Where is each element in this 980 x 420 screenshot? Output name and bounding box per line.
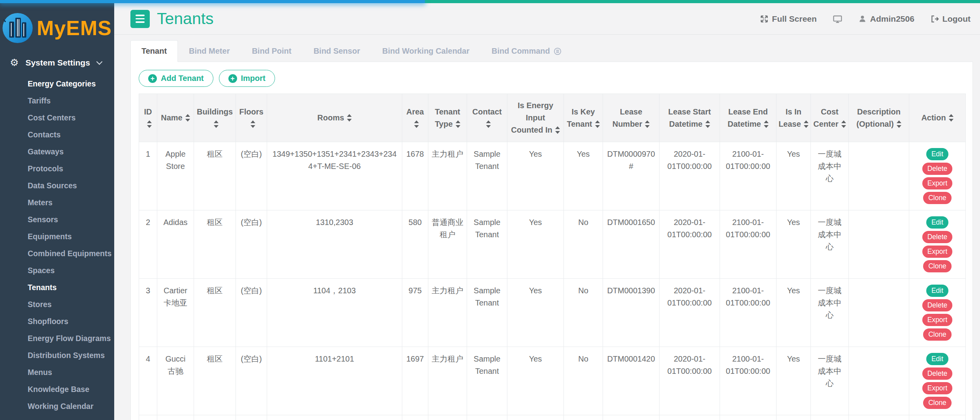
sidebar-section-label: System Settings	[25, 58, 90, 68]
sidebar-item-protocols[interactable]: Protocols	[0, 160, 114, 177]
sidebar: MyEMS ⚙ System Settings Energy Categorie…	[0, 0, 114, 420]
sidebar-item-knowledge-base[interactable]: Knowledge Base	[0, 381, 114, 398]
tab-tenant[interactable]: Tenant	[130, 40, 178, 62]
cell-floors: (空白)	[236, 347, 267, 415]
sidebar-item-shopfloors[interactable]: Shopfloors	[0, 313, 114, 330]
cell-lease_number: DTM0001420	[603, 347, 660, 415]
col-header-area[interactable]: Area	[402, 94, 428, 142]
tab-bind-sensor[interactable]: Bind Sensor	[302, 40, 371, 62]
sidebar-item-meters[interactable]: Meters	[0, 194, 114, 211]
col-header-floors[interactable]: Floors	[236, 94, 267, 142]
sort-icon	[555, 126, 560, 134]
cell-name: Apple Store	[157, 142, 194, 210]
delete-button[interactable]: Delete	[922, 299, 953, 311]
col-header-lease_number[interactable]: Lease Number	[603, 94, 660, 142]
col-header-is_key_tenant[interactable]: Is Key Tenant	[564, 94, 603, 142]
circled-list-icon	[554, 47, 562, 55]
edit-button[interactable]: Edit	[926, 353, 948, 365]
col-header-rooms[interactable]: Rooms	[267, 94, 402, 142]
table-row: 4Gucci 古驰租区(空白)1101+21011697主力租户Sample T…	[139, 347, 966, 415]
sidebar-item-equipments[interactable]: Equipments	[0, 228, 114, 245]
delete-button[interactable]: Delete	[922, 163, 953, 175]
cell-cost_center: 一度城成本中心	[811, 210, 849, 279]
col-header-tenant_type[interactable]: Tenant Type	[428, 94, 467, 142]
sidebar-item-tenants[interactable]: Tenants	[0, 279, 114, 296]
tenants-table: IDNameBuildingsFloorsRoomsAreaTenant Typ…	[139, 94, 966, 420]
clone-button[interactable]: Clone	[923, 260, 952, 272]
cell-description	[849, 415, 909, 420]
import-button[interactable]: + Import	[219, 70, 275, 87]
full-screen-button[interactable]: Full Screen	[760, 14, 817, 24]
row-actions: EditDeleteExportClone	[912, 285, 962, 341]
col-header-label: Is In Lease	[778, 107, 801, 128]
col-header-label: Is Energy Input Counted In	[511, 101, 553, 134]
cell-buildings: 租区	[194, 210, 236, 279]
cell-name: 蟹乐町	[157, 415, 194, 420]
col-header-is_in_lease[interactable]: Is In Lease	[776, 94, 811, 142]
col-header-lease_start_datetime[interactable]: Lease Start Datetime	[660, 94, 720, 142]
sidebar-item-gateways[interactable]: Gateways	[0, 143, 114, 160]
sidebar-item-spaces[interactable]: Spaces	[0, 262, 114, 279]
delete-button[interactable]: Delete	[922, 368, 953, 380]
cell-lease_end_datetime: 2100-01-01T00:00:00	[720, 347, 776, 415]
add-tenant-button[interactable]: + Add Tenant	[139, 70, 213, 87]
sidebar-item-contacts[interactable]: Contacts	[0, 126, 114, 143]
cell-floors: (空白)	[236, 210, 267, 279]
cell-area: 126	[402, 415, 428, 420]
cell-lease_number: DTM0000970#	[603, 142, 660, 210]
sidebar-item-energy-categories[interactable]: Energy Categories	[0, 75, 114, 92]
tab-label: Bind Meter	[189, 47, 230, 56]
sidebar-item-menus[interactable]: Menus	[0, 364, 114, 381]
col-header-action[interactable]: Action	[909, 94, 966, 142]
tab-bind-command[interactable]: Bind Command	[481, 40, 573, 62]
sidebar-item-stores[interactable]: Stores	[0, 296, 114, 313]
cell-is_key_tenant: Yes	[564, 142, 603, 210]
edit-button[interactable]: Edit	[926, 148, 948, 160]
col-header-label: Rooms	[317, 113, 344, 122]
toolbar: + Add Tenant + Import	[139, 70, 965, 87]
col-header-description[interactable]: Description (Optional)	[849, 94, 909, 142]
export-button[interactable]: Export	[922, 177, 953, 189]
edit-button[interactable]: Edit	[926, 216, 948, 229]
sidebar-item-cost-centers[interactable]: Cost Centers	[0, 109, 114, 126]
col-header-label: Lease Number	[612, 107, 643, 128]
table-body: 1Apple Store租区(空白)1349+1350+1351+2341+23…	[139, 142, 966, 420]
user-menu[interactable]: Admin2506	[858, 14, 914, 24]
clone-button[interactable]: Clone	[923, 397, 952, 409]
cell-contact: Sample Tenant	[467, 279, 507, 347]
export-button[interactable]: Export	[922, 314, 953, 326]
export-button[interactable]: Export	[922, 382, 953, 394]
col-header-is_energy_input_counted_in[interactable]: Is Energy Input Counted In	[507, 94, 564, 142]
sidebar-section-system-settings[interactable]: ⚙ System Settings	[0, 51, 114, 72]
delete-button[interactable]: Delete	[922, 231, 953, 243]
clone-button[interactable]: Clone	[923, 192, 952, 204]
sidebar-toggle-button[interactable]	[130, 10, 150, 28]
cell-floors: (空白)	[236, 142, 267, 210]
brand-logo[interactable]: MyEMS	[0, 0, 114, 51]
clone-button[interactable]: Clone	[923, 328, 952, 341]
display-button[interactable]	[833, 15, 842, 23]
col-header-id[interactable]: ID	[139, 94, 157, 142]
export-button[interactable]: Export	[922, 246, 953, 258]
col-header-lease_end_datetime[interactable]: Lease End Datetime	[720, 94, 776, 142]
col-header-buildings[interactable]: Buildings	[194, 94, 236, 142]
sidebar-item-working-calendar[interactable]: Working Calendar	[0, 398, 114, 415]
col-header-name[interactable]: Name	[157, 94, 194, 142]
tab-bind-point[interactable]: Bind Point	[241, 40, 302, 62]
tab-bind-working-calendar[interactable]: Bind Working Calendar	[371, 40, 481, 62]
full-screen-label: Full Screen	[772, 14, 817, 24]
sidebar-item-tariffs[interactable]: Tariffs	[0, 92, 114, 109]
cell-description	[849, 279, 909, 347]
plus-circle-icon: +	[228, 74, 237, 83]
col-header-cost_center[interactable]: Cost Center	[811, 94, 849, 142]
edit-button[interactable]: Edit	[926, 285, 948, 297]
sidebar-item-energy-flow-diagrams[interactable]: Energy Flow Diagrams	[0, 330, 114, 347]
sidebar-item-combined-equipments[interactable]: Combined Equipments	[0, 245, 114, 262]
sidebar-item-sensors[interactable]: Sensors	[0, 211, 114, 228]
topbar-links: Full Screen Admin2506	[760, 14, 971, 24]
col-header-contact[interactable]: Contact	[467, 94, 507, 142]
sidebar-item-data-sources[interactable]: Data Sources	[0, 177, 114, 194]
sidebar-item-distribution-systems[interactable]: Distribution Systems	[0, 347, 114, 364]
tab-bind-meter[interactable]: Bind Meter	[178, 40, 241, 62]
logout-button[interactable]: Logout	[930, 14, 971, 24]
